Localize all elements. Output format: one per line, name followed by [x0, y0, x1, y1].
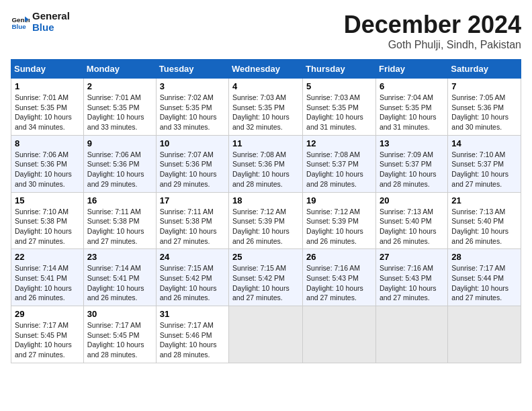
calendar-cell: 15 Sunrise: 7:10 AMSunset: 5:38 PMDaylig…	[11, 192, 84, 249]
calendar-cell: 2 Sunrise: 7:01 AMSunset: 5:35 PMDayligh…	[83, 79, 156, 136]
calendar-cell: 20 Sunrise: 7:13 AMSunset: 5:40 PMDaylig…	[375, 192, 447, 249]
calendar-cell: 9 Sunrise: 7:06 AMSunset: 5:36 PMDayligh…	[83, 135, 156, 192]
day-number: 12	[306, 138, 372, 148]
day-number: 25	[232, 252, 299, 262]
day-info: Sunrise: 7:16 AMSunset: 5:43 PMDaylight:…	[380, 263, 444, 303]
day-info: Sunrise: 7:01 AMSunset: 5:35 PMDaylight:…	[87, 93, 152, 132]
day-number: 11	[232, 138, 299, 148]
calendar-cell: 27 Sunrise: 7:16 AMSunset: 5:43 PMDaylig…	[375, 249, 447, 306]
calendar-cell: 17 Sunrise: 7:11 AMSunset: 5:38 PMDaylig…	[156, 192, 228, 249]
day-info: Sunrise: 7:05 AMSunset: 5:36 PMDaylight:…	[451, 93, 517, 132]
day-info: Sunrise: 7:09 AMSunset: 5:37 PMDaylight:…	[380, 150, 444, 189]
calendar-cell: 28 Sunrise: 7:17 AMSunset: 5:44 PMDaylig…	[448, 249, 521, 306]
calendar-cell: 26 Sunrise: 7:16 AMSunset: 5:43 PMDaylig…	[303, 249, 376, 306]
logo-line2: Blue	[32, 22, 70, 34]
day-info: Sunrise: 7:08 AMSunset: 5:36 PMDaylight:…	[232, 150, 299, 189]
day-number: 2	[87, 81, 152, 91]
calendar-cell: 25 Sunrise: 7:15 AMSunset: 5:42 PMDaylig…	[229, 249, 303, 306]
weekday-header-row: SundayMondayTuesdayWednesdayThursdayFrid…	[11, 60, 521, 79]
day-number: 18	[232, 195, 299, 205]
calendar-cell: 19 Sunrise: 7:12 AMSunset: 5:39 PMDaylig…	[303, 192, 376, 249]
day-number: 29	[15, 309, 80, 319]
day-info: Sunrise: 7:15 AMSunset: 5:42 PMDaylight:…	[232, 263, 299, 303]
day-info: Sunrise: 7:17 AMSunset: 5:45 PMDaylight:…	[87, 320, 152, 360]
day-info: Sunrise: 7:17 AMSunset: 5:44 PMDaylight:…	[451, 263, 517, 303]
day-number: 13	[380, 138, 444, 148]
day-number: 1	[15, 81, 80, 91]
weekday-header-saturday: Saturday	[448, 60, 521, 79]
title-area: December 2024 Goth Phulji, Sindh, Pakist…	[344, 11, 521, 51]
weekday-header-monday: Monday	[83, 60, 156, 79]
week-row-5: 29 Sunrise: 7:17 AMSunset: 5:45 PMDaylig…	[11, 306, 521, 363]
day-info: Sunrise: 7:12 AMSunset: 5:39 PMDaylight:…	[306, 207, 372, 246]
day-number: 16	[87, 195, 152, 205]
location-title: Goth Phulji, Sindh, Pakistan	[344, 39, 521, 51]
calendar-cell: 21 Sunrise: 7:13 AMSunset: 5:40 PMDaylig…	[448, 192, 521, 249]
day-info: Sunrise: 7:13 AMSunset: 5:40 PMDaylight:…	[451, 207, 517, 246]
day-info: Sunrise: 7:02 AMSunset: 5:35 PMDaylight:…	[160, 93, 225, 132]
calendar-cell: 14 Sunrise: 7:10 AMSunset: 5:37 PMDaylig…	[448, 135, 521, 192]
day-number: 3	[160, 81, 225, 91]
day-number: 15	[15, 195, 80, 205]
calendar-cell: 22 Sunrise: 7:14 AMSunset: 5:41 PMDaylig…	[11, 249, 84, 306]
day-number: 7	[451, 81, 517, 91]
calendar-cell: 16 Sunrise: 7:11 AMSunset: 5:38 PMDaylig…	[83, 192, 156, 249]
calendar-cell: 4 Sunrise: 7:03 AMSunset: 5:35 PMDayligh…	[229, 79, 303, 136]
calendar-cell: 3 Sunrise: 7:02 AMSunset: 5:35 PMDayligh…	[156, 79, 228, 136]
day-info: Sunrise: 7:14 AMSunset: 5:41 PMDaylight:…	[15, 263, 80, 303]
day-number: 26	[306, 252, 372, 262]
calendar-cell: 23 Sunrise: 7:14 AMSunset: 5:41 PMDaylig…	[83, 249, 156, 306]
day-info: Sunrise: 7:12 AMSunset: 5:39 PMDaylight:…	[232, 207, 299, 246]
day-number: 5	[306, 81, 372, 91]
month-title: December 2024	[344, 11, 521, 39]
day-info: Sunrise: 7:17 AMSunset: 5:45 PMDaylight:…	[15, 320, 80, 360]
day-number: 4	[232, 81, 299, 91]
day-info: Sunrise: 7:11 AMSunset: 5:38 PMDaylight:…	[87, 207, 152, 246]
day-info: Sunrise: 7:03 AMSunset: 5:35 PMDaylight:…	[232, 93, 299, 132]
day-number: 14	[451, 138, 517, 148]
day-info: Sunrise: 7:06 AMSunset: 5:36 PMDaylight:…	[15, 150, 80, 189]
day-info: Sunrise: 7:17 AMSunset: 5:46 PMDaylight:…	[160, 320, 225, 360]
day-number: 21	[451, 195, 517, 205]
calendar-cell: 12 Sunrise: 7:08 AMSunset: 5:37 PMDaylig…	[303, 135, 376, 192]
day-number: 17	[160, 195, 225, 205]
logo-icon: General Blue	[11, 13, 30, 32]
calendar-cell: 6 Sunrise: 7:04 AMSunset: 5:35 PMDayligh…	[375, 79, 447, 136]
day-info: Sunrise: 7:06 AMSunset: 5:36 PMDaylight:…	[87, 150, 152, 189]
calendar-cell: 7 Sunrise: 7:05 AMSunset: 5:36 PMDayligh…	[448, 79, 521, 136]
calendar-cell	[448, 306, 521, 363]
day-info: Sunrise: 7:14 AMSunset: 5:41 PMDaylight:…	[87, 263, 152, 303]
day-info: Sunrise: 7:04 AMSunset: 5:35 PMDaylight:…	[380, 93, 444, 132]
day-info: Sunrise: 7:01 AMSunset: 5:35 PMDaylight:…	[15, 93, 80, 132]
day-number: 10	[160, 138, 225, 148]
calendar-table: SundayMondayTuesdayWednesdayThursdayFrid…	[11, 59, 521, 363]
calendar-cell	[229, 306, 303, 363]
calendar-cell: 13 Sunrise: 7:09 AMSunset: 5:37 PMDaylig…	[375, 135, 447, 192]
calendar-cell: 24 Sunrise: 7:15 AMSunset: 5:42 PMDaylig…	[156, 249, 228, 306]
day-number: 19	[306, 195, 372, 205]
day-info: Sunrise: 7:11 AMSunset: 5:38 PMDaylight:…	[160, 207, 225, 246]
day-number: 20	[380, 195, 444, 205]
day-number: 23	[87, 252, 152, 262]
week-row-1: 1 Sunrise: 7:01 AMSunset: 5:35 PMDayligh…	[11, 79, 521, 136]
day-info: Sunrise: 7:10 AMSunset: 5:37 PMDaylight:…	[451, 150, 517, 189]
day-number: 9	[87, 138, 152, 148]
svg-text:Blue: Blue	[11, 22, 26, 30]
day-number: 28	[451, 252, 517, 262]
calendar-cell	[375, 306, 447, 363]
week-row-3: 15 Sunrise: 7:10 AMSunset: 5:38 PMDaylig…	[11, 192, 521, 249]
weekday-header-friday: Friday	[375, 60, 447, 79]
calendar-cell: 11 Sunrise: 7:08 AMSunset: 5:36 PMDaylig…	[229, 135, 303, 192]
day-info: Sunrise: 7:08 AMSunset: 5:37 PMDaylight:…	[306, 150, 372, 189]
day-number: 31	[160, 309, 225, 319]
day-info: Sunrise: 7:10 AMSunset: 5:38 PMDaylight:…	[15, 207, 80, 246]
calendar-cell: 29 Sunrise: 7:17 AMSunset: 5:45 PMDaylig…	[11, 306, 84, 363]
day-number: 6	[380, 81, 444, 91]
day-number: 30	[87, 309, 152, 319]
calendar-cell: 30 Sunrise: 7:17 AMSunset: 5:45 PMDaylig…	[83, 306, 156, 363]
calendar-cell: 8 Sunrise: 7:06 AMSunset: 5:36 PMDayligh…	[11, 135, 84, 192]
day-info: Sunrise: 7:15 AMSunset: 5:42 PMDaylight:…	[160, 263, 225, 303]
week-row-4: 22 Sunrise: 7:14 AMSunset: 5:41 PMDaylig…	[11, 249, 521, 306]
logo-line1: General	[32, 11, 70, 22]
calendar-cell: 5 Sunrise: 7:03 AMSunset: 5:35 PMDayligh…	[303, 79, 376, 136]
